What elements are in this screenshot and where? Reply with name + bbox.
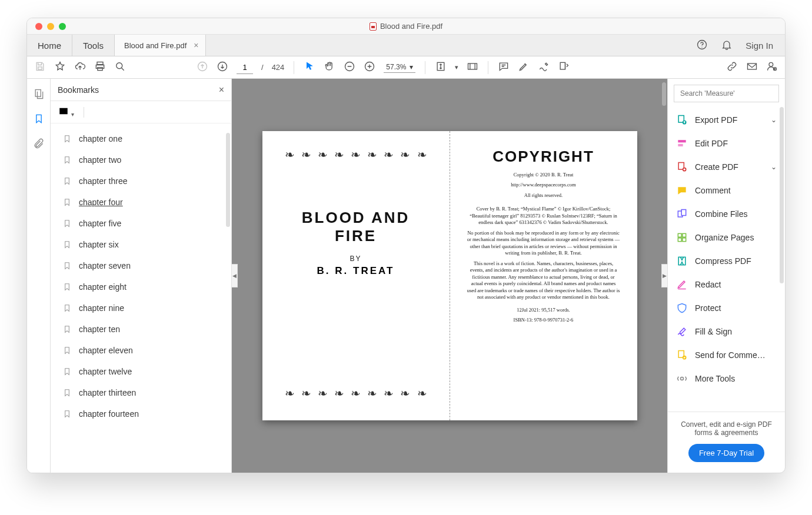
tool-icon — [676, 302, 688, 314]
tools-panel: Export PDF⌄Edit PDFCreate PDF⌄CommentCom… — [667, 79, 785, 473]
titlebar: Blood and Fire.pdf — [27, 18, 785, 35]
collapse-right-handle[interactable]: ▶ — [661, 264, 667, 287]
bookmark-options-icon[interactable]: ▾ — [58, 106, 74, 119]
bookmark-item[interactable]: chapter six — [51, 234, 231, 255]
bookmark-item[interactable]: chapter thirteen — [51, 382, 231, 403]
highlight-icon[interactable] — [518, 61, 530, 75]
tool-icon — [676, 185, 688, 196]
svg-rect-2 — [38, 66, 42, 69]
save-icon[interactable] — [34, 61, 46, 75]
hand-tool-icon[interactable] — [324, 61, 335, 75]
help-icon[interactable] — [696, 39, 708, 52]
close-panel-icon[interactable]: × — [219, 85, 224, 95]
sticky-note-icon[interactable] — [498, 61, 510, 75]
bookmark-label: chapter one — [79, 134, 122, 143]
notifications-icon[interactable] — [721, 39, 733, 52]
tool-item[interactable]: Combine Files — [668, 202, 785, 226]
tab-document[interactable]: Blood and Fire.pdf × — [115, 35, 206, 56]
erase-icon[interactable] — [558, 61, 570, 75]
read-mode-icon[interactable] — [467, 61, 478, 75]
tab-tools[interactable]: Tools — [72, 35, 115, 56]
page-up-icon[interactable] — [197, 61, 208, 75]
tool-item[interactable]: Fill & Sign — [668, 320, 785, 343]
zoom-value: 57.3% — [386, 63, 406, 71]
tool-item[interactable]: Send for Comme… — [668, 343, 785, 367]
bookmark-item[interactable]: chapter four — [51, 192, 231, 213]
bookmark-item[interactable]: chapter two — [51, 149, 231, 170]
svg-rect-4 — [98, 67, 102, 70]
tool-item[interactable]: Edit PDF — [668, 132, 785, 155]
bookmarks-panel: Bookmarks × ▾ chapter onechapter twochap… — [51, 79, 232, 473]
cloud-upload-icon[interactable] — [74, 61, 86, 75]
tools-list: Export PDF⌄Edit PDFCreate PDF⌄CommentCom… — [668, 108, 785, 412]
bookmark-item[interactable]: chapter twelve — [51, 361, 231, 382]
bookmark-item[interactable]: chapter seven — [51, 255, 231, 276]
star-icon[interactable] — [54, 61, 66, 75]
svg-rect-17 — [59, 108, 68, 114]
bookmark-item[interactable]: chapter fourteen — [51, 403, 231, 424]
ornament-row-top: ❧❧❧❧❧❧❧❧❧ — [279, 148, 433, 162]
bookmark-item[interactable]: chapter eleven — [51, 340, 231, 361]
tools-search-input[interactable] — [674, 85, 779, 102]
bookmark-item[interactable]: chapter five — [51, 213, 231, 234]
cp-line: No portion of this book may be reproduce… — [467, 230, 621, 257]
email-icon[interactable] — [746, 61, 758, 75]
bookmark-item[interactable]: chapter nine — [51, 297, 231, 319]
tool-item[interactable]: Create PDF⌄ — [668, 155, 785, 179]
selection-tool-icon[interactable] — [304, 61, 315, 75]
svg-rect-16 — [35, 90, 41, 97]
tool-icon — [676, 373, 688, 384]
bookmark-item[interactable]: chapter eight — [51, 276, 231, 297]
cp-line: All rights reserved. — [467, 192, 621, 199]
thumbnails-panel-icon[interactable] — [33, 88, 45, 102]
draw-icon[interactable] — [538, 61, 550, 75]
print-icon[interactable] — [94, 61, 106, 75]
attachments-panel-icon[interactable] — [33, 138, 45, 152]
close-tab-icon[interactable]: × — [194, 41, 198, 50]
tool-item[interactable]: More Tools — [668, 367, 785, 390]
page-down-icon[interactable] — [217, 61, 228, 75]
sign-in-link[interactable]: Sign In — [746, 41, 773, 51]
zoom-level-dropdown[interactable]: 57.3%▾ — [384, 62, 415, 73]
svg-rect-3 — [97, 62, 103, 64]
page-display-chevron-icon[interactable]: ▾ — [455, 63, 458, 71]
zoom-in-icon[interactable] — [364, 61, 375, 75]
svg-rect-20 — [678, 140, 685, 142]
copyright-heading: COPYRIGHT — [467, 148, 621, 166]
search-icon[interactable] — [114, 61, 126, 75]
svg-rect-21 — [678, 144, 683, 146]
cp-line: Copyright © 2020 B. R. Treat — [467, 172, 621, 178]
share-link-icon[interactable] — [726, 61, 738, 75]
collapse-left-handle[interactable]: ◀ — [232, 264, 238, 287]
bookmark-item[interactable]: chapter ten — [51, 319, 231, 340]
promo-box: Convert, edit and e-sign PDF forms & agr… — [668, 412, 785, 473]
bookmarks-panel-icon[interactable] — [33, 113, 45, 127]
tool-item[interactable]: Export PDF⌄ — [668, 108, 785, 132]
bookmark-label: chapter six — [79, 240, 119, 249]
tool-item[interactable]: Protect — [668, 296, 785, 320]
bookmarks-scrollbar[interactable] — [226, 133, 230, 227]
bookmark-item[interactable]: chapter three — [51, 170, 231, 192]
tool-item[interactable]: Comment — [668, 179, 785, 202]
tools-scrollbar[interactable] — [780, 107, 784, 283]
tool-label: Organize Pages — [695, 233, 754, 242]
document-scrollbar[interactable] — [662, 82, 666, 106]
document-area[interactable]: ◀ ❧❧❧❧❧❧❧❧❧ BLOOD AND FIRE BY B. R. TREA… — [232, 79, 667, 473]
tool-icon — [676, 349, 688, 361]
tool-label: Export PDF — [695, 115, 737, 125]
tab-home[interactable]: Home — [27, 35, 72, 56]
fit-page-icon[interactable] — [435, 61, 447, 75]
add-person-icon[interactable] — [766, 61, 778, 75]
bookmarks-list: chapter onechapter twochapter threechapt… — [51, 123, 231, 473]
byline-label: BY — [279, 255, 433, 263]
free-trial-button[interactable]: Free 7-Day Trial — [688, 444, 764, 462]
page-total: 424 — [272, 63, 285, 72]
page-number-input[interactable] — [237, 61, 253, 74]
bookmark-label: chapter five — [79, 219, 121, 228]
tool-item[interactable]: Compress PDF — [668, 249, 785, 273]
tool-item[interactable]: Organize Pages — [668, 226, 785, 249]
bookmark-label: chapter three — [79, 176, 128, 186]
bookmark-item[interactable]: chapter one — [51, 128, 231, 149]
zoom-out-icon[interactable] — [344, 61, 355, 75]
tool-item[interactable]: Redact — [668, 273, 785, 296]
